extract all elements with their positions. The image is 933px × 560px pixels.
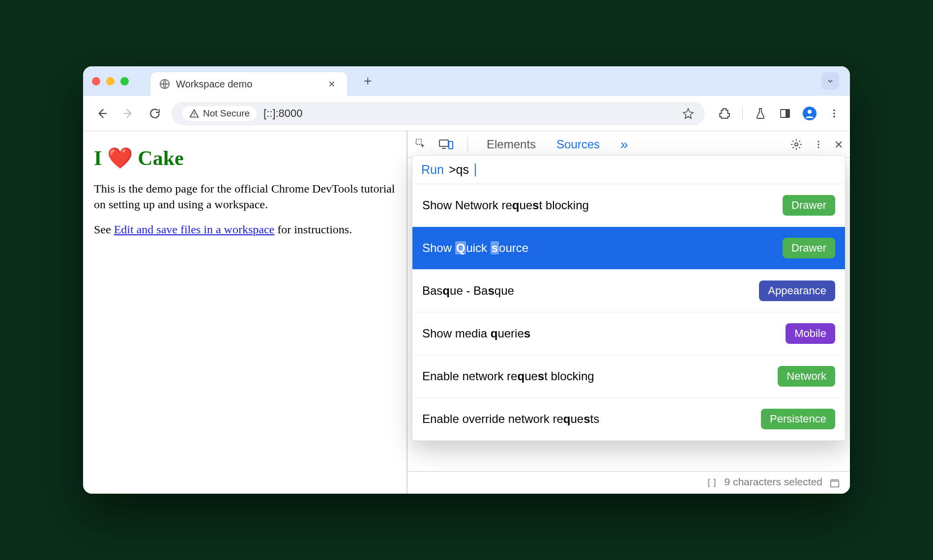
kebab-icon[interactable] — [814, 138, 823, 151]
divider — [467, 137, 468, 152]
divider — [742, 107, 743, 120]
inspect-icon[interactable] — [414, 138, 428, 151]
svg-point-14 — [818, 140, 819, 142]
command-menu: Run >qs Show Network request blockingDra… — [412, 156, 845, 441]
warning-icon — [189, 109, 199, 118]
address-bar[interactable]: Not Secure [::]:8000 — [172, 102, 705, 125]
category-badge: Persistence — [761, 409, 835, 429]
command-label: Enable network request blocking — [422, 369, 594, 383]
svg-rect-17 — [831, 481, 839, 487]
page-content: I ❤️ Cake This is the demo page for the … — [83, 131, 408, 494]
profile-avatar[interactable] — [803, 107, 816, 120]
command-label: Show Quick source — [422, 241, 528, 255]
side-panel-icon[interactable] — [778, 107, 792, 120]
command-item[interactable]: Basque - BasqueAppearance — [412, 270, 845, 312]
command-list: Show Network request blockingDrawerShow … — [412, 184, 845, 441]
maximize-window-button[interactable] — [120, 77, 129, 85]
page-paragraph-2: See Edit and save files in a workspace f… — [94, 222, 396, 237]
svg-rect-10 — [439, 140, 448, 146]
svg-rect-4 — [786, 110, 789, 117]
command-label: Show Network request blocking — [422, 198, 589, 212]
svg-point-16 — [818, 146, 819, 148]
titlebar: Workspace demo × + — [83, 66, 850, 96]
close-tab-icon[interactable]: × — [325, 77, 338, 91]
globe-icon — [159, 79, 170, 89]
svg-point-15 — [818, 143, 819, 145]
labs-icon[interactable] — [754, 107, 767, 120]
page-paragraph-1: This is the demo page for the official C… — [94, 181, 396, 213]
bookmark-icon[interactable] — [682, 108, 694, 119]
browser-window: Workspace demo × + Not Secure [::]:8000 — [83, 66, 850, 494]
more-tabs-icon[interactable]: » — [615, 133, 633, 156]
device-icon[interactable] — [439, 138, 454, 151]
svg-point-2 — [194, 115, 195, 116]
reload-button[interactable] — [145, 104, 165, 123]
new-tab-button[interactable]: + — [364, 73, 372, 89]
svg-rect-12 — [449, 141, 453, 149]
category-badge: Mobile — [786, 323, 835, 344]
svg-point-5 — [808, 110, 812, 113]
command-item[interactable]: Enable override network requestsPersiste… — [412, 398, 845, 441]
devtools-footer: 9 characters selected — [408, 471, 850, 494]
menu-icon[interactable] — [827, 107, 841, 120]
brackets-icon — [706, 477, 717, 488]
devtools-panel: Elements Sources » × Run >qs Show Networ… — [408, 131, 850, 494]
run-label: Run — [421, 163, 444, 177]
command-item[interactable]: Show Network request blockingDrawer — [412, 184, 845, 227]
command-input-row[interactable]: Run >qs — [412, 156, 845, 184]
window-controls — [92, 77, 129, 85]
text-cursor — [475, 164, 476, 176]
page-heading: I ❤️ Cake — [94, 146, 396, 170]
selection-status: 9 characters selected — [724, 476, 822, 488]
gear-icon[interactable] — [790, 138, 803, 151]
close-devtools-icon[interactable]: × — [834, 136, 843, 153]
tab-elements[interactable]: Elements — [482, 134, 541, 155]
command-item[interactable]: Show media queriesMobile — [412, 312, 845, 355]
category-badge: Drawer — [783, 238, 835, 258]
command-label: Show media queries — [422, 327, 530, 340]
close-window-button[interactable] — [92, 77, 100, 85]
workspace-link[interactable]: Edit and save files in a workspace — [114, 223, 275, 236]
toolbar-icons — [718, 107, 841, 120]
category-badge: Network — [778, 366, 835, 387]
tab-search-button[interactable] — [821, 72, 839, 90]
command-item[interactable]: Show Quick sourceDrawer — [412, 227, 845, 270]
security-chip[interactable]: Not Secure — [182, 106, 257, 121]
command-label: Basque - Basque — [422, 284, 514, 298]
svg-point-6 — [833, 109, 835, 111]
svg-rect-9 — [416, 139, 422, 144]
minimize-window-button[interactable] — [106, 77, 115, 85]
url-text: [::]:8000 — [263, 107, 303, 120]
extensions-icon[interactable] — [718, 107, 731, 120]
svg-point-8 — [833, 115, 835, 117]
forward-button[interactable] — [118, 104, 138, 123]
expand-icon[interactable] — [829, 477, 840, 488]
svg-point-13 — [795, 142, 798, 146]
browser-tab[interactable]: Workspace demo × — [150, 72, 347, 96]
devtools-tabs: Elements Sources » × — [408, 131, 850, 158]
security-label: Not Secure — [203, 108, 250, 119]
tab-sources[interactable]: Sources — [552, 134, 605, 155]
category-badge: Appearance — [759, 280, 835, 301]
category-badge: Drawer — [783, 195, 835, 216]
command-item[interactable]: Enable network request blockingNetwork — [412, 355, 845, 398]
svg-point-7 — [833, 112, 835, 114]
back-button[interactable] — [92, 104, 112, 123]
content-area: I ❤️ Cake This is the demo page for the … — [83, 131, 850, 494]
command-query: >qs — [449, 163, 469, 177]
command-label: Enable override network requests — [422, 412, 599, 426]
toolbar: Not Secure [::]:8000 — [83, 96, 850, 131]
tab-title: Workspace demo — [176, 79, 252, 90]
